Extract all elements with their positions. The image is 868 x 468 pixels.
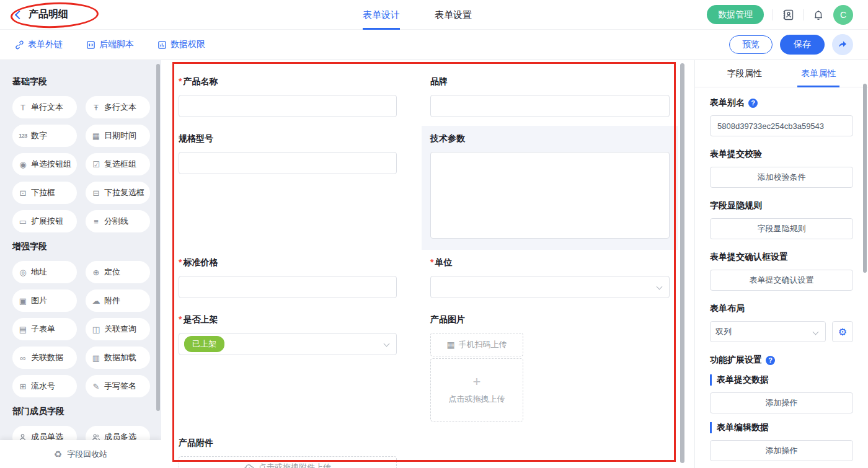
- palette-item-extend-button[interactable]: ▭扩展按钮: [12, 210, 77, 232]
- unit-select[interactable]: [430, 276, 670, 298]
- radio-group-icon: ◉: [19, 160, 27, 169]
- help-icon[interactable]: ?: [748, 99, 758, 108]
- spec-model-input[interactable]: [179, 152, 397, 174]
- serial-number-icon: ⊞: [19, 382, 27, 391]
- script-icon: [86, 40, 95, 50]
- form-external-link[interactable]: 表单外链: [15, 39, 63, 50]
- image-upload-dropzone[interactable]: + 点击或拖拽上传: [430, 358, 523, 422]
- field-spec-model[interactable]: 规格型号: [170, 126, 405, 250]
- palette-section-title: 部门成员字段: [12, 406, 150, 417]
- chevron-down-icon: [813, 329, 819, 335]
- divider: [803, 9, 804, 20]
- palette-item-image[interactable]: ▣图片: [12, 289, 77, 312]
- palette-item-data-load[interactable]: ▥数据加载: [86, 347, 150, 369]
- palette-item-checkbox-group[interactable]: ☑复选框组: [86, 153, 150, 175]
- palette-item-multi-select[interactable]: ⊟下拉复选框: [86, 182, 150, 204]
- datetime-icon: ▦: [92, 131, 100, 141]
- palette-item-signature[interactable]: ✎手写签名: [86, 375, 150, 397]
- tab-form-settings[interactable]: 表单设置: [435, 0, 472, 30]
- on-shelf-select[interactable]: 已上架: [179, 333, 397, 355]
- scan-upload-button[interactable]: ▦ 手机扫码上传: [430, 333, 523, 356]
- canvas-scrollbar[interactable]: [680, 63, 684, 463]
- product-name-input[interactable]: [179, 95, 397, 117]
- save-button[interactable]: 保存: [780, 35, 825, 55]
- palette-grid-basic: T单行文本 Ŧ多行文本 123数字 ▦日期时间 ◉单选按钮组 ☑复选框组 ⊡下拉…: [12, 96, 150, 232]
- app-window: 产品明细 表单设计 表单设置 数据管理 C: [0, 0, 868, 468]
- inspector-scrollbar[interactable]: [863, 84, 867, 273]
- data-permission-link[interactable]: 数据权限: [157, 39, 205, 50]
- preview-button[interactable]: 预览: [729, 35, 773, 54]
- required-mark: *: [430, 257, 433, 267]
- share-button[interactable]: [832, 34, 853, 55]
- link-icon: [15, 40, 24, 50]
- linked-data-icon: ∞: [19, 353, 27, 363]
- required-mark: *: [179, 257, 182, 267]
- address-icon: ◎: [19, 268, 27, 277]
- palette-item-serial-number[interactable]: ⊞流水号: [12, 375, 77, 397]
- palette-item-linked-data[interactable]: ∞关联数据: [12, 347, 77, 369]
- contact-book-icon[interactable]: [782, 9, 794, 21]
- qr-code-icon: ▦: [446, 340, 454, 350]
- signature-icon: ✎: [92, 382, 100, 391]
- add-submit-action-button[interactable]: 添加操作: [710, 392, 853, 413]
- user-avatar[interactable]: C: [833, 5, 853, 25]
- field-product-attachment[interactable]: 产品附件 点击或拖拽附件上传: [170, 430, 405, 468]
- palette-item-radio-group[interactable]: ◉单选按钮组: [12, 153, 77, 175]
- field-product-image[interactable]: 产品图片 ▦ 手机扫码上传 + 点击或拖拽上传: [422, 307, 678, 430]
- sidebar-scrollbar[interactable]: [156, 64, 160, 411]
- palette-section-title: 增强字段: [12, 241, 150, 252]
- palette-item-multi-line-text[interactable]: Ŧ多行文本: [86, 96, 150, 118]
- palette-item-datetime[interactable]: ▦日期时间: [86, 125, 150, 147]
- toolbar-actions: 预览 保存: [729, 34, 853, 55]
- tab-field-properties[interactable]: 字段属性: [727, 60, 762, 87]
- group-extension-settings: 功能扩展设置? 表单提交数据 添加操作 表单编辑数据 添加操作: [710, 355, 853, 461]
- tab-form-design[interactable]: 表单设计: [363, 0, 400, 30]
- field-tech-params[interactable]: 技术参数: [422, 126, 678, 250]
- plus-icon: +: [473, 375, 481, 389]
- divider: [773, 9, 773, 20]
- layout-select[interactable]: 双列: [710, 321, 826, 342]
- add-edit-action-button[interactable]: 添加操作: [710, 440, 853, 461]
- field-product-name[interactable]: *产品名称: [170, 69, 405, 126]
- field-unit[interactable]: *单位: [422, 250, 678, 307]
- palette-item-number[interactable]: 123数字: [12, 125, 77, 147]
- submit-confirm-button[interactable]: 表单提交确认设置: [710, 270, 853, 291]
- required-mark: *: [179, 76, 182, 86]
- palette-item-linked-query[interactable]: ◫关联查询: [86, 318, 150, 340]
- palette-item-select[interactable]: ⊡下拉框: [12, 182, 77, 204]
- single-line-text-icon: T: [19, 103, 27, 112]
- group-visibility-rules: 字段显隐规则 字段显隐规则: [710, 200, 853, 239]
- checkbox-group-icon: ☑: [92, 160, 100, 169]
- group-form-alias: 表单别名?: [710, 97, 853, 136]
- number-icon: 123: [19, 133, 27, 139]
- help-icon[interactable]: ?: [766, 356, 775, 365]
- field-recycle-bin[interactable]: ♻ 字段回收站: [0, 440, 161, 468]
- notification-bell-icon[interactable]: [812, 9, 825, 21]
- attachment-upload-dropzone[interactable]: 点击或拖拽附件上传: [179, 456, 397, 468]
- back-icon[interactable]: [15, 10, 24, 19]
- tab-form-properties[interactable]: 表单属性: [801, 60, 836, 87]
- backend-script-link[interactable]: 后端脚本: [86, 39, 134, 50]
- standard-price-input[interactable]: [179, 276, 397, 298]
- form-design-canvas: *产品名称 品牌 规格型号 技术参数 *标准价格 *单位: [161, 60, 694, 468]
- palette-item-divider-line[interactable]: ≡分割线: [86, 210, 150, 232]
- subform-icon: ▤: [19, 325, 27, 334]
- layout-settings-button[interactable]: ⚙: [832, 321, 853, 342]
- property-tabs: 字段属性 表单属性: [695, 60, 868, 87]
- palette-item-subform[interactable]: ▤子表单: [12, 318, 77, 340]
- palette-item-single-line-text[interactable]: T单行文本: [12, 96, 77, 118]
- field-standard-price[interactable]: *标准价格: [170, 250, 405, 307]
- submit-data-subsection: 表单提交数据: [710, 374, 853, 386]
- visibility-rules-button[interactable]: 字段显隐规则: [710, 218, 853, 239]
- field-on-shelf[interactable]: *是否上架 已上架: [170, 307, 405, 430]
- palette-item-location[interactable]: ⊕定位: [86, 261, 150, 283]
- form-alias-input[interactable]: [710, 115, 853, 136]
- palette-item-attachment[interactable]: ☁附件: [86, 289, 150, 312]
- brand-input[interactable]: [430, 95, 670, 117]
- sub-toolbar: 表单外链 后端脚本 数据权限 预览 保存: [0, 30, 868, 60]
- palette-item-address[interactable]: ◎地址: [12, 261, 77, 283]
- tech-params-textarea[interactable]: [430, 152, 670, 239]
- data-manage-button[interactable]: 数据管理: [707, 5, 764, 24]
- add-validation-button[interactable]: 添加校验条件: [710, 167, 853, 188]
- field-brand[interactable]: 品牌: [422, 69, 678, 126]
